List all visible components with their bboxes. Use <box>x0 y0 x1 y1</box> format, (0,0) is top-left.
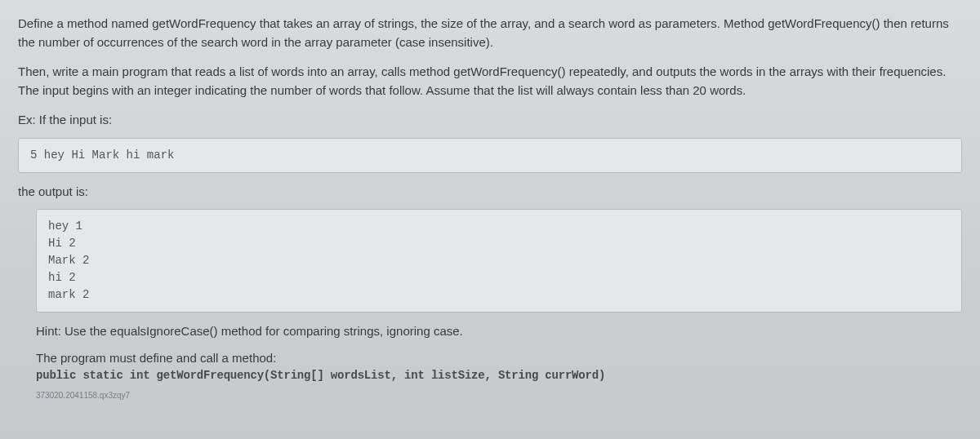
problem-paragraph-2: Then, write a main program that reads a … <box>18 63 962 100</box>
method-signature: public static int getWordFrequency(Strin… <box>36 367 962 384</box>
assignment-id: 373020.2041158.qx3zqy7 <box>36 389 962 401</box>
hint-text: Hint: Use the equalsIgnoreCase() method … <box>36 322 962 341</box>
example-input-label: Ex: If the input is: <box>18 111 962 130</box>
example-input-code: 5 hey Hi Mark hi mark <box>18 138 962 173</box>
example-output-label: the output is: <box>18 183 962 202</box>
example-output-code: hey 1 Hi 2 Mark 2 hi 2 mark 2 <box>36 209 962 313</box>
method-intro-text: The program must define and call a metho… <box>36 349 962 368</box>
problem-paragraph-1: Define a method named getWordFrequency t… <box>18 15 962 51</box>
